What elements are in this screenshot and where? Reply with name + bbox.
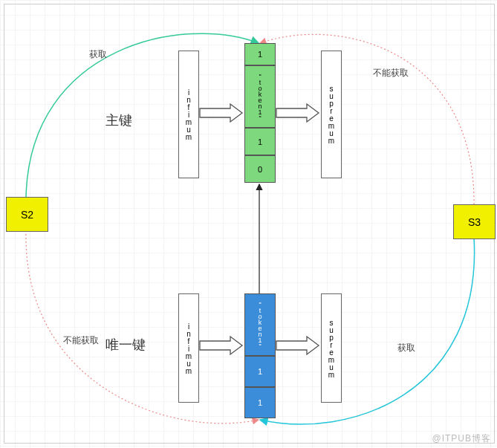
watermark: @ITPUB博客 — [432, 432, 491, 445]
val: 1 — [258, 398, 262, 407]
label: S3 — [468, 216, 481, 228]
uk-label: 唯一键 — [105, 336, 146, 354]
session-s2: S2 — [6, 197, 48, 232]
label: supremum — [328, 85, 336, 144]
val: "token1" — [256, 301, 264, 348]
uk-cell-3: 1 — [244, 387, 276, 418]
pk-right-note: 不能获取 — [373, 67, 409, 79]
label: S2 — [21, 209, 33, 221]
val: 1 — [258, 367, 262, 376]
uk-supremum: supremum — [321, 293, 342, 403]
pk-left-note: 获取 — [89, 48, 107, 61]
pk-cell-token: "token1" — [244, 65, 276, 128]
uk-left-note: 不能获取 — [63, 334, 99, 347]
uk-cell-2: 1 — [244, 356, 276, 387]
pk-supremum: supremum — [321, 51, 342, 178]
val: 0 — [258, 165, 262, 174]
pk-cell-4: 0 — [244, 155, 276, 183]
label: supremum — [328, 319, 336, 378]
label: infimum — [185, 88, 193, 140]
diagram-canvas: S2 S3 主键 唯一键 获取 不能获取 不能获取 获取 infimum sup… — [0, 0, 497, 448]
val: "token1" — [256, 73, 264, 120]
pk-label: 主键 — [105, 111, 132, 129]
pk-cell-3: 1 — [244, 128, 276, 155]
pk-infimum: infimum — [178, 51, 199, 178]
session-s3: S3 — [453, 204, 496, 239]
val: 1 — [258, 137, 262, 146]
uk-infimum: infimum — [178, 293, 199, 403]
uk-cell-token: "token1" — [244, 293, 276, 356]
uk-right-note: 获取 — [397, 342, 415, 354]
pk-cell-1: 1 — [244, 43, 276, 65]
val: 1 — [258, 50, 262, 59]
label: infimum — [185, 322, 193, 374]
